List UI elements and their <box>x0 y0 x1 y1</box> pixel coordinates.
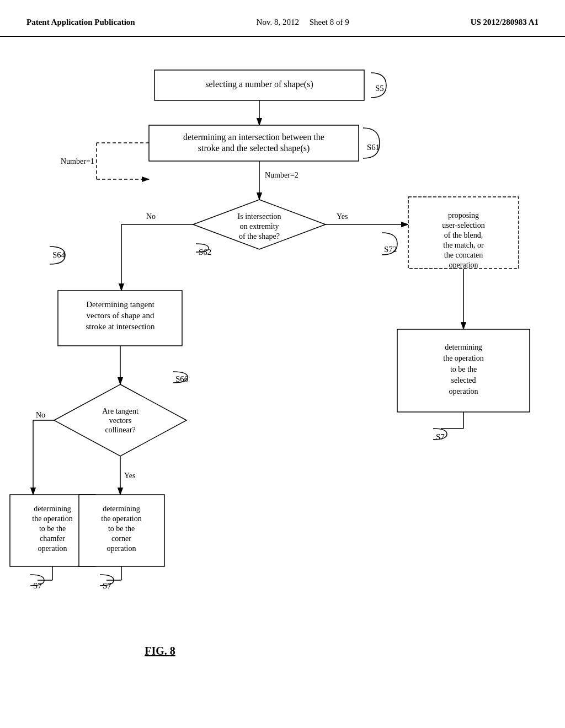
svg-text:stroke at intersection: stroke at intersection <box>86 322 155 331</box>
svg-text:the operation: the operation <box>101 515 141 523</box>
svg-text:on extremity: on extremity <box>239 222 279 231</box>
svg-text:of the shape?: of the shape? <box>239 232 280 240</box>
svg-text:Is intersection: Is intersection <box>238 212 281 221</box>
diagram-area: selecting a number of shape(s) S5 determ… <box>0 37 565 710</box>
svg-text:the match, or: the match, or <box>443 241 484 249</box>
svg-text:to be the: to be the <box>39 524 66 533</box>
patent-number: US 2012/280983 A1 <box>471 18 539 27</box>
date-sheet: Nov. 8, 2012 Sheet 8 of 9 <box>257 18 349 27</box>
svg-text:operation: operation <box>449 387 478 395</box>
svg-text:stroke and the selected shape(: stroke and the selected shape(s) <box>198 143 310 153</box>
svg-text:to be the: to be the <box>108 524 135 533</box>
svg-text:Yes: Yes <box>337 212 348 221</box>
svg-text:Number=2: Number=2 <box>265 171 299 179</box>
svg-text:Yes: Yes <box>124 472 135 480</box>
svg-text:No: No <box>146 212 156 221</box>
svg-text:S64: S64 <box>52 250 66 259</box>
svg-text:proposing: proposing <box>448 211 479 220</box>
svg-text:the operation: the operation <box>443 354 483 362</box>
publication-label: Patent Application Publication <box>26 18 135 27</box>
svg-text:operation: operation <box>107 544 136 553</box>
svg-text:Are tangent: Are tangent <box>102 407 138 415</box>
svg-text:S7: S7 <box>436 432 445 441</box>
svg-text:selecting a number of shape(s): selecting a number of shape(s) <box>205 79 313 89</box>
svg-text:operation: operation <box>449 261 478 269</box>
svg-text:determining an intersection be: determining an intersection between the <box>183 132 324 142</box>
svg-text:vectors of shape and: vectors of shape and <box>87 311 154 320</box>
svg-text:of the blend,: of the blend, <box>444 231 483 239</box>
svg-text:the concaten: the concaten <box>444 251 483 259</box>
svg-text:to be the: to be the <box>450 365 477 373</box>
flowchart-svg: selecting a number of shape(s) S5 determ… <box>0 37 565 710</box>
page-header: Patent Application Publication Nov. 8, 2… <box>0 0 565 37</box>
svg-text:S5: S5 <box>375 84 384 93</box>
svg-text:corner: corner <box>111 534 131 543</box>
svg-text:determining: determining <box>103 505 140 513</box>
svg-text:operation: operation <box>38 544 67 553</box>
date: Nov. 8, 2012 <box>257 18 299 26</box>
svg-text:Determining tangent: Determining tangent <box>86 300 155 309</box>
svg-text:user-selection: user-selection <box>442 221 484 229</box>
svg-text:determining: determining <box>34 505 71 513</box>
svg-text:FIG. 8: FIG. 8 <box>145 645 175 657</box>
svg-text:selected: selected <box>451 376 476 384</box>
svg-text:No: No <box>36 411 45 419</box>
svg-text:the operation: the operation <box>32 515 72 523</box>
svg-text:vectors: vectors <box>109 416 131 425</box>
svg-text:S61: S61 <box>367 143 380 152</box>
sheet: Sheet 8 of 9 <box>310 18 349 26</box>
svg-text:chamfer: chamfer <box>40 534 65 543</box>
svg-text:collinear?: collinear? <box>105 426 135 434</box>
svg-text:S72: S72 <box>384 245 397 254</box>
svg-text:determining: determining <box>445 343 482 351</box>
svg-text:Number=1: Number=1 <box>61 157 94 165</box>
